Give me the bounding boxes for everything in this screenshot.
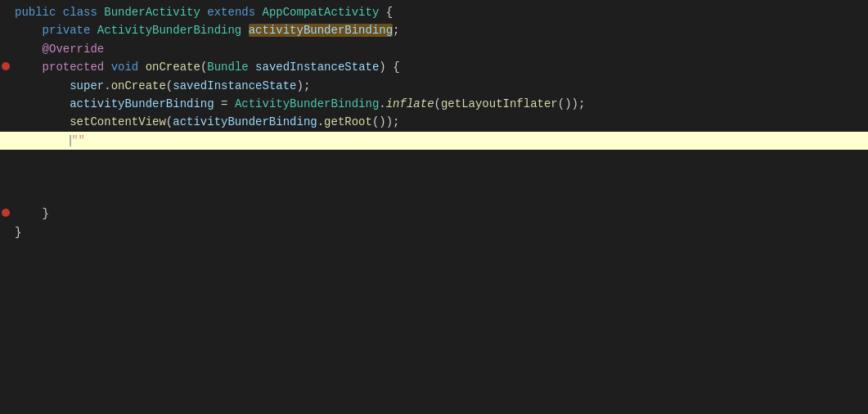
line-content-12: } (11, 205, 868, 223)
classname-activitybunderbinding-6: ActivityBunderBinding (235, 97, 379, 110)
code-line-13: } (0, 223, 868, 241)
line-content-2: private ActivityBunderBinding activityBu… (11, 21, 868, 39)
paren-close-6: ()); (558, 97, 586, 110)
breakpoint-dot-4 (2, 62, 10, 70)
code-line-1: public class BunderActivity extends AppC… (0, 3, 868, 21)
dot-6: . (379, 97, 385, 110)
brace-open-1: { (386, 6, 393, 19)
line-content-5: super.onCreate(savedInstanceState); (11, 77, 868, 95)
code-line-10 (0, 169, 868, 187)
var-activitybunderbinding-6: activityBunderBinding (70, 97, 214, 110)
code-line-5: super.onCreate(savedInstanceState); (0, 77, 868, 95)
assign-6: = (214, 97, 235, 110)
indent-8 (15, 134, 70, 147)
keyword-void: void (111, 61, 139, 74)
keyword-extends: extends (207, 6, 255, 19)
line-content-7: setContentView(activityBunderBinding.get… (11, 113, 868, 131)
paren-close-5: ); (297, 79, 311, 92)
annotation-override: @Override (43, 43, 105, 56)
indent-6 (15, 97, 70, 110)
indent-3 (15, 43, 43, 56)
method-oncreate-call: onCreate (111, 79, 166, 92)
code-line-3: @Override (0, 40, 868, 58)
method-getlayoutinflater: getLayoutInflater (441, 97, 558, 110)
var-activitybunderbinding-highlight: activityBunderBinding (249, 24, 393, 37)
method-setcontentview: setContentView (70, 115, 166, 128)
paren-open-6: ( (434, 97, 441, 110)
var-activitybunderbinding-7: activityBunderBinding (173, 115, 317, 128)
code-line-7: setContentView(activityBunderBinding.get… (0, 113, 868, 131)
keyword-private: private (43, 24, 91, 37)
gutter-12 (0, 209, 11, 217)
classname-bundle: Bundle (207, 61, 248, 74)
classname-appcompatactivity: AppCompatActivity (263, 6, 380, 19)
method-inflate: inflate (386, 97, 434, 110)
classname-bunderactivity: BunderActivity (104, 6, 200, 19)
code-line-12: } (0, 205, 868, 223)
method-oncreate: onCreate (146, 61, 200, 74)
dot-5: . (104, 79, 110, 92)
var-savedinstancestate: savedInstanceState (255, 61, 379, 74)
keyword-public: public (15, 6, 56, 19)
line-content-11 (11, 187, 868, 205)
paren-close-7: ()); (372, 115, 400, 128)
semicolon-2: ; (393, 24, 399, 37)
dot-7: . (317, 115, 324, 128)
code-editor: public class BunderActivity extends AppC… (0, 0, 868, 414)
line-content-8: "" (11, 132, 868, 150)
string-empty: "" (71, 134, 85, 147)
indent-4 (15, 61, 43, 74)
indent-12 (15, 207, 43, 220)
code-line-6: activityBunderBinding = ActivityBunderBi… (0, 95, 868, 113)
brace-close-12: } (43, 207, 49, 220)
line-content-9 (11, 150, 868, 168)
code-line-11 (0, 187, 868, 205)
code-line-9 (0, 150, 868, 168)
line-content-10 (11, 169, 868, 187)
indent-7 (15, 115, 70, 128)
indent-5 (15, 79, 70, 92)
keyword-class: class (63, 6, 97, 19)
classname-activitybunderbinding: ActivityBunderBinding (97, 24, 241, 37)
var-super: super (70, 79, 104, 92)
paren-close-4: ) { (379, 61, 399, 74)
line-content-13: } (11, 223, 868, 241)
gutter-4 (0, 62, 11, 70)
line-content-4: protected void onCreate(Bundle savedInst… (11, 58, 868, 76)
paren-open-7: ( (166, 115, 173, 128)
line-content-3: @Override (11, 40, 868, 58)
method-getroot: getRoot (324, 115, 372, 128)
keyword-protected: protected (43, 61, 105, 74)
var-savedinstancestate-2: savedInstanceState (173, 79, 296, 92)
code-line-4: protected void onCreate(Bundle savedInst… (0, 58, 868, 76)
code-line-2: private ActivityBunderBinding activityBu… (0, 21, 868, 39)
code-area[interactable]: public class BunderActivity extends AppC… (0, 0, 868, 414)
code-line-8: "" (0, 132, 868, 150)
line-content-6: activityBunderBinding = ActivityBunderBi… (11, 95, 868, 113)
indent-2 (15, 24, 43, 37)
paren-5: ( (166, 79, 173, 92)
line-content-1: public class BunderActivity extends AppC… (11, 3, 868, 21)
breakpoint-dot-12 (2, 209, 10, 217)
brace-close-13: } (15, 226, 21, 239)
